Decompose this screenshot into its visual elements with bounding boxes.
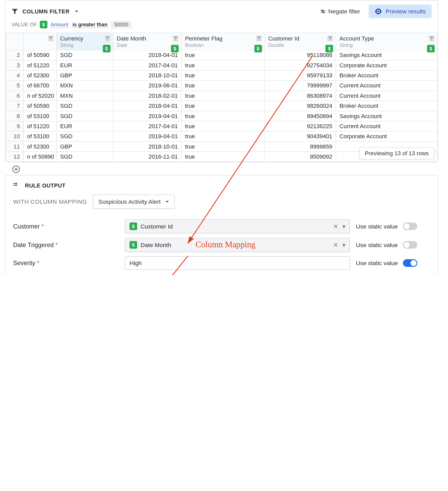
use-static-label: Use static value [356, 241, 398, 248]
preview-table: CurrencyString $ Date MonthDate $ Perime… [5, 32, 437, 162]
table-row[interactable]: 9 of 51220 EUR 2017-04-01 true 92136225 … [6, 121, 437, 131]
dollar-icon: $ [130, 223, 137, 230]
use-static-label: Use static value [356, 223, 398, 230]
dollar-icon: $ [130, 241, 137, 249]
table-row[interactable]: 10 of 53100 SGD 2019-04-01 true 90439401… [6, 131, 437, 141]
mapping-label: Customer * [13, 223, 119, 230]
filter-value-of-label: VALUE OF [11, 22, 37, 28]
chevron-down-icon[interactable]: ▾ [342, 241, 345, 248]
chevron-down-icon[interactable]: ▾ [342, 223, 345, 230]
annotation-column-mapping: Column Mapping [196, 240, 255, 250]
filter-operator[interactable]: is greater than [72, 21, 108, 28]
table-row[interactable]: 8 of 53100 SGD 2019-04-01 true 89450894 … [6, 111, 437, 121]
table-row[interactable]: 3 of 51220 EUR 2017-04-01 true 92754034 … [6, 60, 437, 70]
table-row[interactable]: 2 of 50590 SGD 2018-04-01 true 95118088 … [6, 50, 437, 60]
static-toggle[interactable] [403, 241, 417, 249]
preview-results-button[interactable]: Preview results [369, 5, 432, 18]
filter-column[interactable]: Amount [50, 21, 69, 28]
filter-icon[interactable] [48, 36, 54, 42]
add-step-button[interactable] [12, 165, 443, 174]
dollar-icon: $ [254, 45, 262, 53]
mapping-row: Severity * High Use static value [13, 256, 430, 270]
table-row[interactable]: 5 of 66700 MXN 2019-06-01 true 79999997 … [6, 80, 437, 91]
negate-filter-button[interactable]: Negate filter [316, 5, 364, 17]
mapping-value: High [130, 260, 142, 266]
mapping-input[interactable]: $Customer Id ✕ ▾ [125, 219, 350, 234]
rule-output-panel: RULE OUTPUT WITH COLUMN MAPPING Suspicio… [5, 175, 438, 275]
use-static-label: Use static value [356, 260, 398, 266]
row-number-header [6, 33, 23, 50]
dollar-icon: $ [427, 45, 435, 53]
static-toggle[interactable] [403, 223, 417, 230]
dollar-icon: $ [40, 21, 47, 28]
dollar-icon: $ [325, 45, 333, 53]
chevron-down-icon [165, 200, 169, 204]
column-filter-panel: COLUMN FILTER Negate filter Preview resu… [5, 0, 438, 162]
truncated-column-header[interactable] [23, 33, 57, 50]
eye-icon [375, 9, 382, 14]
filter-section-title: COLUMN FILTER [22, 8, 70, 15]
filter-icon[interactable] [256, 36, 262, 42]
with-mapping-label: WITH COLUMN MAPPING [13, 198, 87, 205]
negate-icon [320, 9, 326, 14]
clear-icon[interactable]: ✕ [333, 241, 338, 248]
column-header[interactable]: Perimeter FlagBoolean $ [181, 33, 265, 50]
mapping-label: Severity * [13, 260, 119, 266]
mapping-name: Suspicious Activity Alert [98, 198, 161, 205]
mapping-row: Customer * $Customer Id ✕ ▾ Use static v… [13, 219, 430, 234]
preview-label: Preview results [386, 8, 426, 15]
filter-icon[interactable] [104, 36, 110, 42]
dollar-icon: $ [171, 45, 179, 53]
mapping-value: Date Month [140, 241, 171, 248]
filter-value[interactable]: 50000 [111, 21, 132, 28]
mapping-input[interactable]: High [125, 256, 350, 270]
column-header[interactable]: CurrencyString $ [57, 33, 113, 50]
preview-toast: Previewing 13 of 13 rows [359, 147, 434, 160]
static-toggle[interactable] [403, 259, 417, 267]
negate-label: Negate filter [328, 8, 360, 15]
mapping-label: Date Triggered * [13, 241, 119, 248]
funnel-icon [11, 8, 18, 15]
filter-icon[interactable] [429, 36, 435, 42]
table-row[interactable]: 4 of 52300 GBP 2018-10-01 true 95979133 … [6, 70, 437, 80]
table-row[interactable]: 7 of 50590 SGD 2018-04-01 true 98260024 … [6, 101, 437, 111]
chevron-down-icon[interactable] [74, 9, 79, 14]
filter-icon[interactable] [173, 36, 179, 42]
column-header[interactable]: Account TypeString $ [336, 33, 437, 50]
arrow-output-icon [13, 182, 21, 189]
mapping-value: Customer Id [140, 223, 173, 230]
column-header[interactable]: Customer IdDouble $ [265, 33, 336, 50]
column-header[interactable]: Date MonthDate $ [113, 33, 181, 50]
clear-icon[interactable]: ✕ [333, 223, 338, 230]
table-row[interactable]: 6 n of 52020 MXN 2018-02-01 true 8630897… [6, 91, 437, 101]
mapping-select[interactable]: Suspicious Activity Alert [93, 194, 175, 209]
rule-output-title: RULE OUTPUT [25, 182, 66, 189]
filter-icon[interactable] [327, 36, 333, 42]
dollar-icon: $ [103, 45, 110, 53]
